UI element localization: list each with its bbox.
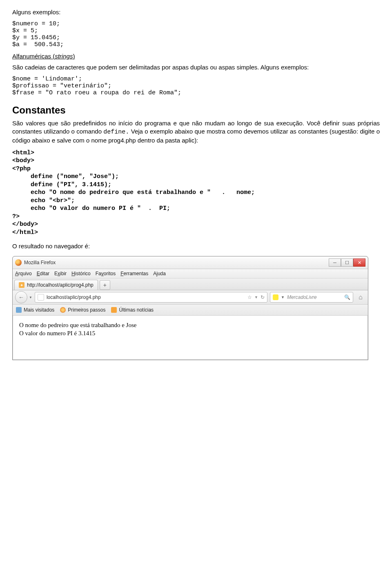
output-line: O nome do pedreiro que está trabalhando …	[19, 321, 361, 330]
firefox-icon	[60, 307, 66, 313]
menu-exibir[interactable]: Exibir	[54, 271, 67, 276]
tab-bar: ✦ http://localhost/aplic/prog4.php +	[13, 278, 368, 290]
rss-icon	[111, 307, 117, 313]
search-bar[interactable]: ▼ MercadoLivre 🔍	[270, 292, 353, 303]
reload-icon[interactable]: ↻	[261, 294, 265, 300]
output-line: O valor do numero PI é 3.1415	[19, 330, 361, 338]
tab-favicon-icon: ✦	[19, 282, 24, 288]
menu-historico[interactable]: Histórico	[71, 271, 91, 276]
dropdown-caret-icon[interactable]: ▼	[254, 295, 258, 299]
tab-label: http://localhost/aplic/prog4.php	[27, 282, 94, 288]
menu-ferramentas[interactable]: Ferramentas	[120, 271, 148, 276]
folder-icon	[16, 307, 22, 313]
page-content: O nome do pedreiro que está trabalhando …	[13, 316, 368, 360]
site-favicon-icon	[38, 294, 44, 301]
dropdown-caret-icon[interactable]: ▼	[281, 295, 285, 299]
close-button[interactable]: ✕	[353, 258, 365, 267]
browser-window: Mozilla Firefox ─ ☐ ✕ Arquivo Editar Exi…	[12, 256, 368, 360]
window-titlebar: Mozilla Firefox ─ ☐ ✕	[13, 256, 368, 269]
url-text: localhost/aplic/prog4.php	[47, 294, 101, 300]
bookmark-latest-news[interactable]: Últimas notícias	[111, 307, 154, 313]
search-engine-icon	[273, 294, 278, 300]
code-block: <html> <body> <?php define ("nome", "Jos…	[12, 149, 380, 237]
window-title: Mozilla Firefox	[24, 260, 56, 265]
back-button[interactable]: ←	[15, 291, 27, 303]
paragraph: Alguns exemplos:	[12, 8, 380, 16]
menu-favoritos[interactable]: Favoritos	[96, 271, 116, 276]
address-bar[interactable]: localhost/aplic/prog4.php ☆ ▼ ↻	[35, 292, 267, 303]
search-placeholder: MercadoLivre	[287, 294, 317, 300]
back-history-dropdown-icon[interactable]: ▼	[29, 296, 32, 299]
code-block: $nome = 'Lindomar'; $profissao = "veteri…	[12, 76, 380, 96]
new-tab-button[interactable]: +	[100, 280, 110, 290]
paragraph: O resultado no navegador é:	[12, 242, 380, 250]
menu-ajuda[interactable]: Ajuda	[153, 271, 166, 276]
bookmark-first-steps[interactable]: Primeiros passos	[60, 307, 105, 313]
browser-tab[interactable]: ✦ http://localhost/aplic/prog4.php	[14, 280, 98, 290]
minimize-button[interactable]: ─	[329, 258, 341, 267]
bookmark-star-icon[interactable]: ☆	[247, 294, 252, 300]
menu-bar: Arquivo Editar Exibir Histórico Favorito…	[13, 269, 368, 278]
paragraph: São cadeias de caracteres que podem ser …	[12, 63, 380, 71]
menu-editar[interactable]: Editar	[37, 271, 49, 276]
maximize-button[interactable]: ☐	[341, 258, 353, 267]
bookmarks-toolbar: Mais visitados Primeiros passos Últimas …	[13, 305, 368, 316]
firefox-icon	[15, 259, 22, 266]
code-block: $numero = 10; $x = 5; $y = 15.0456; $a =…	[12, 20, 380, 48]
section-heading: Constantes	[12, 105, 380, 116]
home-button[interactable]: ⌂	[356, 292, 365, 302]
navigation-toolbar: ← ▼ localhost/aplic/prog4.php ☆ ▼ ↻ ▼ Me…	[13, 290, 368, 305]
bookmark-most-visited[interactable]: Mais visitados	[16, 307, 54, 313]
subsection-title: Alfanuméricas (strings)	[12, 52, 380, 60]
paragraph: São valores que são predefinidos no iníc…	[12, 119, 380, 145]
search-go-icon[interactable]: 🔍	[344, 294, 350, 300]
menu-arquivo[interactable]: Arquivo	[15, 271, 32, 276]
